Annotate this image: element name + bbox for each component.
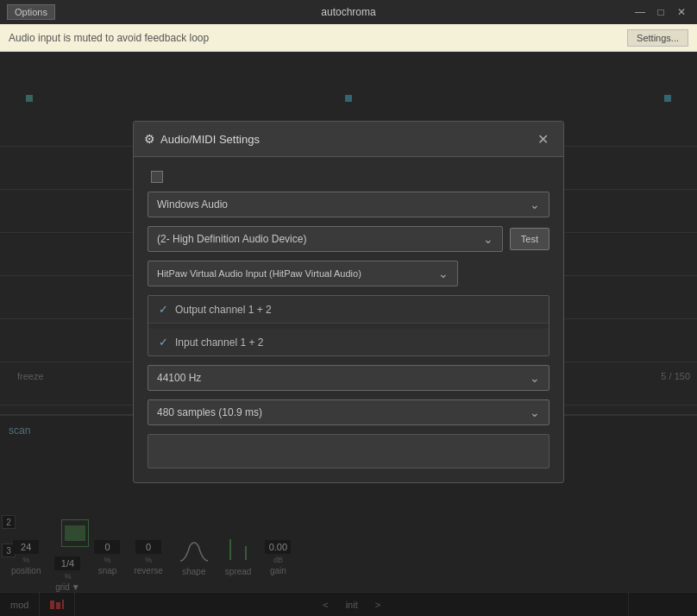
maximize-button[interactable]: □ — [652, 3, 669, 21]
minimize-button[interactable]: — — [631, 3, 649, 21]
notification-message: Audio input is muted to avoid feedback l… — [9, 32, 209, 44]
gear-icon: ⚙ — [144, 132, 155, 146]
audio-midi-settings-modal: ⚙ Audio/MIDI Settings ✕ Windows Audio ⌄ — [133, 121, 564, 483]
input-channel-option[interactable]: ✓ Input channel 1 + 2 — [148, 329, 549, 355]
modal-title: ⚙ Audio/MIDI Settings — [144, 132, 260, 146]
modal-overlay: ⚙ Audio/MIDI Settings ✕ Windows Audio ⌄ — [0, 52, 697, 616]
output-device-dropdown[interactable]: (2- High Definition Audio Device) ⌄ — [148, 226, 503, 252]
notification-bar: Audio input is muted to avoid feedback l… — [0, 24, 697, 52]
input-check-mark: ✓ — [159, 336, 168, 349]
test-button[interactable]: Test — [510, 228, 549, 250]
close-button[interactable]: ✕ — [673, 3, 690, 21]
checkbox-row — [148, 171, 549, 183]
output-device-row: (2- High Definition Audio Device) ⌄ Test — [148, 226, 549, 252]
sample-rate-row: 44100 Hz ⌄ — [148, 365, 549, 391]
buffer-value: 480 samples (10.9 ms) — [157, 406, 262, 418]
sample-rate-dropdown[interactable]: 44100 Hz ⌄ — [148, 365, 549, 391]
buffer-row: 480 samples (10.9 ms) ⌄ — [148, 399, 549, 425]
sample-rate-arrow: ⌄ — [530, 371, 540, 385]
output-channel-label: Output channel 1 + 2 — [175, 304, 272, 316]
buffer-arrow: ⌄ — [530, 405, 540, 419]
buffer-dropdown[interactable]: 480 samples (10.9 ms) ⌄ — [148, 399, 549, 425]
options-button[interactable]: Options — [7, 4, 55, 20]
modal-close-button[interactable]: ✕ — [532, 129, 553, 149]
modal-header: ⚙ Audio/MIDI Settings ✕ — [134, 122, 563, 157]
channel-options: ✓ Output channel 1 + 2 ✓ Input channel 1… — [148, 295, 549, 356]
title-bar: Options autochroma — □ ✕ — [0, 0, 697, 24]
input-device-value: HitPaw Virtual Audio Input (HitPaw Virtu… — [157, 268, 361, 279]
input-channel-label: Input channel 1 + 2 — [175, 336, 263, 349]
enable-checkbox[interactable] — [151, 171, 163, 183]
app-title: autochroma — [321, 6, 375, 18]
audio-driver-row: Windows Audio ⌄ — [148, 192, 549, 217]
main-area: freeze 5 / 150 scan 1 Test mode 2 3 24 %… — [0, 52, 697, 616]
output-device-arrow: ⌄ — [483, 232, 493, 246]
modal-title-text: Audio/MIDI Settings — [160, 133, 260, 146]
settings-button[interactable]: Settings... — [627, 29, 688, 47]
output-check-mark: ✓ — [159, 303, 168, 316]
sample-rate-value: 44100 Hz — [157, 372, 201, 384]
midi-section — [148, 434, 549, 468]
input-device-arrow: ⌄ — [438, 267, 449, 280]
output-device-value: (2- High Definition Audio Device) — [157, 233, 306, 245]
audio-driver-arrow: ⌄ — [530, 198, 540, 211]
modal-body: Windows Audio ⌄ (2- High Definition Audi… — [134, 157, 563, 482]
audio-driver-dropdown[interactable]: Windows Audio ⌄ — [148, 192, 549, 217]
output-channel-option[interactable]: ✓ Output channel 1 + 2 — [148, 296, 549, 324]
audio-driver-value: Windows Audio — [157, 198, 228, 211]
input-device-row: HitPaw Virtual Audio Input (HitPaw Virtu… — [148, 261, 549, 286]
input-device-dropdown[interactable]: HitPaw Virtual Audio Input (HitPaw Virtu… — [148, 261, 458, 286]
midi-input-box[interactable] — [148, 434, 549, 468]
